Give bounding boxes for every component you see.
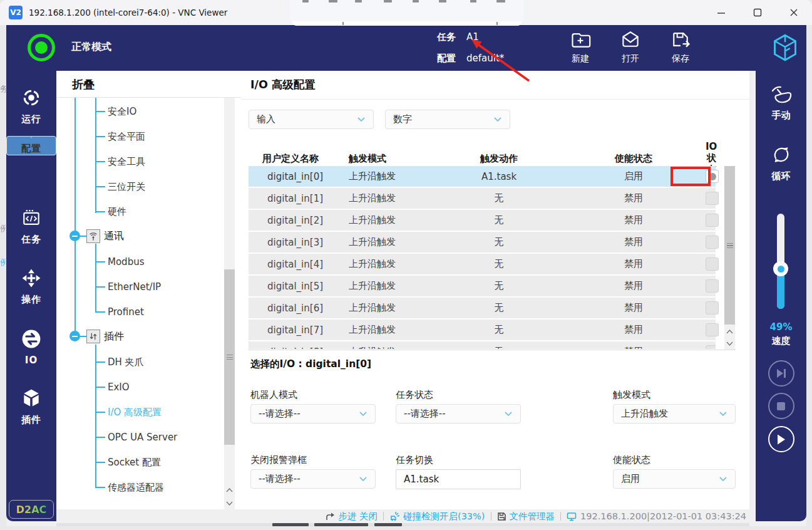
nav-item-config[interactable]: 配置 [6, 136, 56, 155]
tree-node-plugin[interactable]: 插件 [104, 330, 124, 343]
trigger-mode-select[interactable]: 上升沿触发 [613, 404, 736, 423]
open-button[interactable]: 打开 [609, 29, 652, 65]
table-row[interactable]: digital_in[5] 上升沿触发 无 禁用 [249, 276, 716, 296]
nav-item-run[interactable]: 运行 [6, 76, 56, 136]
tree-item-modbus[interactable]: Modbus [108, 255, 144, 269]
speed-slider[interactable] [777, 214, 784, 309]
table-row[interactable]: digital_in[7] 上升沿触发 无 禁用 [249, 320, 716, 340]
tree-scrollbar-thumb[interactable] [224, 269, 235, 445]
table-scroll-down-button[interactable] [724, 338, 735, 350]
page-title: I/O 高级配置 [250, 77, 316, 92]
save-button[interactable]: 保存 [659, 29, 702, 65]
tree-item-socket-config[interactable]: Socket 配置 [108, 455, 161, 469]
form-label-trigger-mode: 触发模式 [613, 389, 650, 401]
tree-item-dh-gripper[interactable]: DH 夹爪 [108, 355, 144, 369]
new-button[interactable]: 新建 [558, 29, 602, 65]
table-header-row: 用户定义名称 触发模式 触发动作 使能状态 IO状态 [249, 141, 716, 160]
connection-info: 192.168.1.200|2012-01-01 03:43:24 [567, 511, 746, 521]
config-label: 配置 [437, 53, 456, 65]
manual-mode-button[interactable]: 手动 [756, 85, 806, 122]
stop-button[interactable] [768, 393, 794, 419]
collapse-node-icon[interactable] [69, 231, 80, 241]
vnc-toolbar-tab[interactable] [290, 0, 524, 23]
tree-item-sensor-adapter[interactable]: 传感器适配器 [108, 481, 164, 494]
table-row[interactable]: digital_in[3] 上升沿触发 无 禁用 [249, 232, 716, 252]
io-state-indicator-on [706, 170, 719, 183]
left-nav: 运行 配置 任务 操作 [6, 71, 56, 521]
task-row: 任务 A1 [437, 31, 479, 43]
tree-node-comm[interactable]: 通讯 [104, 229, 124, 243]
tree-item-three-position-switch[interactable]: 三位开关 [108, 180, 145, 194]
tree-item-safety-plane[interactable]: 安全平面 [108, 130, 145, 143]
tree-item-exio[interactable]: ExIO [108, 380, 130, 394]
table-row-partial[interactable]: digital_in[8] 上升沿触发 无 禁用 [249, 341, 716, 349]
minimize-icon [717, 8, 726, 17]
remote-screen: 正常模式 任务 A1 配置 default* 新建 打开 [6, 25, 806, 526]
table-row[interactable]: digital_in[1] 上升沿触发 无 禁用 [249, 188, 716, 209]
close-button[interactable] [776, 0, 812, 25]
tree-line [95, 345, 96, 488]
col-header-enable: 使能状态 [562, 153, 706, 165]
io-state-indicator-off [706, 323, 719, 336]
col-header-action: 触发动作 [436, 153, 562, 165]
new-file-icon [569, 29, 592, 50]
maximize-button[interactable] [739, 0, 776, 25]
separator [560, 512, 561, 521]
minimize-button[interactable] [703, 0, 739, 25]
app-header: 正常模式 任务 A1 配置 default* 新建 打开 [6, 25, 806, 71]
tree-item-profinet[interactable]: Profinet [108, 305, 144, 319]
collapse-node-icon[interactable] [69, 331, 80, 341]
collision-detection-status[interactable]: 碰撞检测开启(33%) [389, 511, 485, 522]
robot-mode-select[interactable]: --请选择-- [250, 404, 376, 423]
table-row[interactable]: digital_in[2] 上升沿触发 无 禁用 [249, 210, 716, 231]
play-button[interactable] [768, 426, 794, 452]
nav-item-io[interactable]: IO [6, 316, 56, 377]
tree-item-safety-tool[interactable]: 安全工具 [108, 155, 145, 169]
table-scrollbar-thumb[interactable] [724, 166, 735, 325]
col-header-name: 用户定义名称 [249, 153, 349, 165]
close-alarm-select[interactable]: --请选择-- [250, 469, 376, 489]
table-row[interactable]: digital_in[6] 上升沿触发 无 禁用 [249, 298, 716, 318]
tree-scroll-down-button[interactable] [224, 497, 235, 509]
loop-mode-button[interactable]: 循环 [756, 143, 806, 182]
background-text-fragment: 务 [0, 83, 6, 95]
nav-item-task[interactable]: 任务 [6, 196, 56, 256]
enable-state-select[interactable]: 启用 [613, 469, 736, 489]
table-row[interactable]: digital_in[4] 上升沿触发 无 禁用 [249, 254, 716, 274]
nav-item-operate[interactable]: 操作 [6, 256, 56, 316]
io-state-indicator-off [706, 345, 716, 349]
tree-collapse-header[interactable]: 折叠 [72, 77, 95, 92]
speed-value: 49% [756, 321, 806, 333]
tree-item-hardware[interactable]: 硬件 [108, 205, 126, 219]
floppy-icon [497, 512, 506, 521]
plugin-sliders-icon [86, 330, 100, 343]
form-label-task-switch: 任务切换 [396, 454, 433, 466]
signal-type-select[interactable]: 数字 [385, 110, 510, 129]
table-scroll-up-button[interactable] [724, 326, 735, 338]
form-label-close-alarm: 关闭报警弹框 [250, 454, 307, 466]
background-text-fragment: 例 [0, 257, 6, 268]
tree-item-ethernet-ip[interactable]: EtherNet/IP [108, 280, 161, 294]
chevron-down-icon [726, 341, 733, 346]
speed-slider-handle[interactable] [773, 261, 788, 276]
status-bar: 步进 关闭 碰撞检测开启(33%) 文件管理器 192.168. [56, 509, 749, 523]
tree-scroll-up-button[interactable] [224, 484, 235, 496]
d2ac-button[interactable]: D2AC [9, 500, 54, 519]
tree-item-safety-io[interactable]: 安全IO [108, 105, 136, 118]
form-label-task-status: 任务状态 [396, 389, 433, 401]
mode-label: 正常模式 [71, 41, 111, 54]
step-forward-button[interactable] [768, 360, 794, 387]
nav-item-plugin[interactable]: 插件 [6, 377, 56, 437]
right-nav: 手动 循环 49% 速度 [756, 71, 806, 521]
config-row: 配置 default* [437, 53, 504, 65]
table-row[interactable]: digital_in[0] 上升沿触发 A1.task 启用 [249, 166, 716, 187]
tree-item-io-advanced-config[interactable]: I/O 高级配置 [108, 405, 162, 419]
config-value: default* [466, 53, 504, 65]
task-status-select[interactable]: --请选择-- [396, 404, 521, 423]
file-manager-button[interactable]: 文件管理器 [497, 511, 555, 522]
speed-label: 速度 [756, 335, 806, 347]
step-mode-status[interactable]: 步进 关闭 [325, 511, 378, 522]
tree-item-opc-ua-server[interactable]: OPC UA Server [108, 430, 177, 444]
task-switch-input[interactable]: A1.task [396, 469, 521, 489]
io-direction-select[interactable]: 输入 [249, 110, 374, 129]
